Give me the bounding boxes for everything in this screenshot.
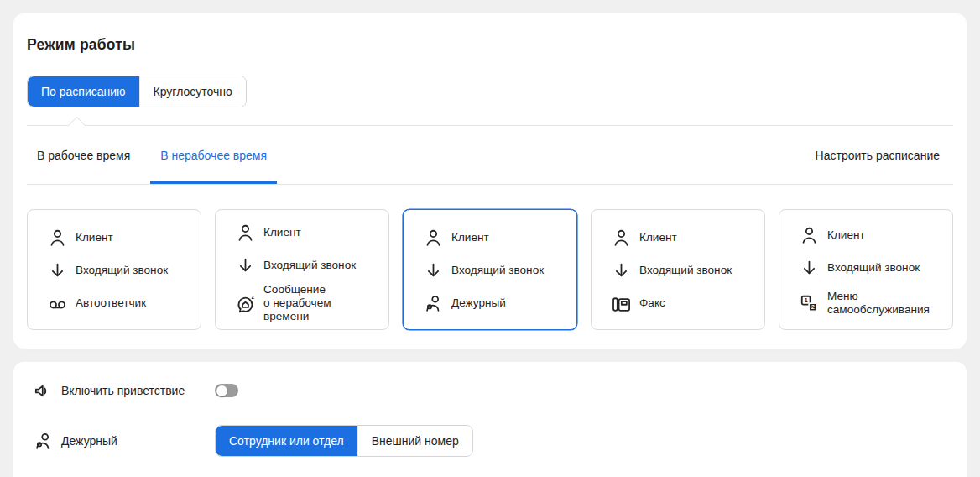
duty-employee-or-dept-button[interactable]: Сотрудник или отдел: [216, 426, 357, 456]
person-icon: [422, 227, 444, 249]
flow-step: Автоответчик: [46, 292, 190, 314]
ivr-menu-icon: [798, 292, 820, 314]
flow-step-label: Входящий звонок: [76, 264, 168, 277]
flow-step-label: Входящий звонок: [827, 261, 920, 275]
person-icon: [610, 227, 632, 249]
duty-person-icon: [32, 430, 54, 452]
divider-with-caret: [27, 125, 953, 126]
duty-external-number-button[interactable]: Внешний номер: [357, 426, 472, 456]
person-icon: [798, 224, 820, 246]
tab-non-working-hours[interactable]: В нерабочее время: [150, 126, 277, 184]
flow-step: Входящий звонок: [234, 254, 378, 276]
flow-step-label: Входящий звонок: [263, 259, 356, 272]
flow-step-label: Дежурный: [451, 296, 506, 310]
page-title: Режим работы: [13, 13, 967, 54]
flow-step-label: Клиент: [263, 226, 301, 239]
schedule-mode-segmented: По расписанию Круглосуточно: [27, 76, 247, 107]
flow-step: Сообщение о нерабочем времени: [234, 287, 378, 319]
voicemail-icon: [46, 292, 68, 314]
duty-person-icon: [422, 292, 444, 314]
scenario-cards-row: Клиент Входящий звонок Автоответчик Клие…: [27, 209, 953, 330]
arrow-down-icon: [46, 259, 68, 281]
greeting-label: Включить приветствие: [61, 384, 185, 397]
flow-step-label: Входящий звонок: [639, 264, 732, 277]
person-icon: [46, 227, 68, 249]
flow-step-label: Клиент: [827, 228, 865, 242]
flow-step-label: Факс: [639, 296, 665, 310]
flow-step: Клиент: [610, 227, 754, 249]
configure-schedule-link[interactable]: Настроить расписание: [816, 126, 953, 184]
scenario-card-fax[interactable]: Клиент Входящий звонок Факс: [591, 209, 765, 330]
flow-step-label: Клиент: [451, 231, 489, 244]
speaker-icon: [32, 380, 54, 401]
flow-step: Клиент: [422, 227, 566, 249]
scenario-card-voicemail[interactable]: Клиент Входящий звонок Автоответчик: [27, 209, 201, 330]
flow-step-label: Автоответчик: [76, 296, 146, 310]
tab-working-hours[interactable]: В рабочее время: [27, 126, 140, 184]
duty-label: Дежурный: [61, 434, 117, 448]
mode-by-schedule-button[interactable]: По расписанию: [28, 76, 139, 107]
greeting-toggle[interactable]: [215, 384, 238, 397]
arrow-down-icon: [798, 257, 820, 279]
mode-around-the-clock-button[interactable]: Круглосуточно: [139, 76, 246, 107]
arrow-down-icon: [234, 254, 256, 276]
flow-step: Клиент: [46, 227, 190, 249]
duty-setting-row: Дежурный Сотрудник или отдел Внешний ном…: [32, 425, 953, 457]
arrow-down-icon: [422, 259, 444, 281]
flow-step-label: Сообщение о нерабочем времени: [263, 283, 378, 323]
flow-step: Входящий звонок: [610, 259, 754, 281]
flow-step-label: Клиент: [76, 231, 113, 244]
work-mode-panel: Режим работы По расписанию Круглосуточно…: [13, 13, 967, 349]
flow-step: Клиент: [234, 222, 378, 244]
flow-step: Меню самообслуживания: [798, 290, 942, 317]
arrow-down-icon: [610, 259, 632, 281]
greeting-setting-row: Включить приветствие: [32, 378, 953, 403]
flow-step: Дежурный: [422, 292, 566, 314]
flow-step: Входящий звонок: [422, 259, 566, 281]
time-tabs: В рабочее время В нерабочее время Настро…: [27, 126, 953, 185]
scenario-card-duty-selected[interactable]: Клиент Входящий звонок Дежурный: [403, 209, 577, 330]
flow-step-label: Меню самообслуживания: [827, 290, 930, 317]
scenario-settings-panel: Включить приветствие Дежурный Сотрудник …: [13, 362, 967, 477]
person-icon: [234, 222, 256, 244]
scenario-card-offhours-message[interactable]: Клиент Входящий звонок Сообщение о нераб…: [215, 209, 389, 330]
scenario-card-ivr-menu[interactable]: Клиент Входящий звонок Меню самообслужив…: [779, 209, 953, 330]
offhours-message-icon: [234, 292, 256, 314]
flow-step: Клиент: [798, 224, 942, 246]
flow-step: Факс: [610, 292, 754, 314]
flow-step: Входящий звонок: [46, 259, 190, 281]
flow-step-label: Клиент: [639, 231, 677, 244]
flow-step-label: Входящий звонок: [451, 264, 544, 277]
flow-step: Входящий звонок: [798, 257, 942, 279]
fax-icon: [610, 292, 632, 314]
duty-target-segmented: Сотрудник или отдел Внешний номер: [215, 425, 473, 457]
toggle-knob: [216, 385, 227, 396]
